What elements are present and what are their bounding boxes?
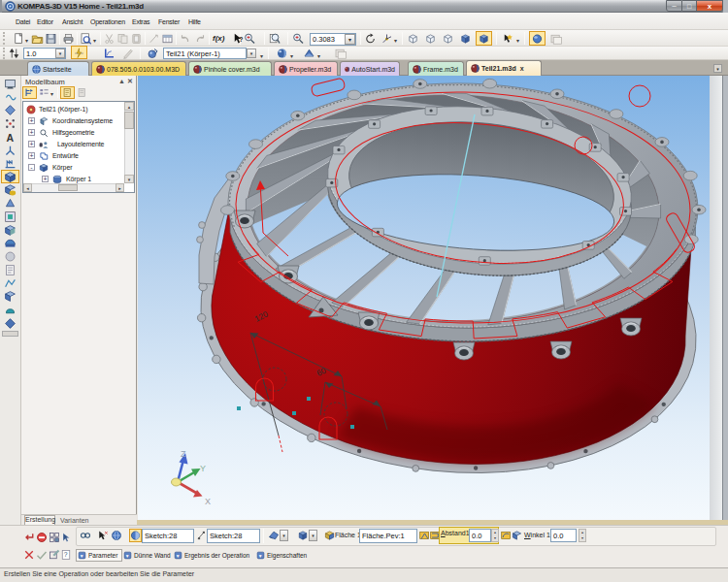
svg-text:▾: ▾ [126,553,129,559]
svg-text:Z: Z [181,449,186,459]
svg-text:?: ? [64,551,68,558]
svg-text:Y: Y [200,464,206,473]
svg-text:▾: ▾ [81,553,83,559]
svg-text:A: A [6,131,14,143]
svg-text:?: ? [239,36,243,43]
svg-text:▾: ▾ [177,553,180,559]
svg-text:X: X [205,497,211,506]
svg-text:▾: ▾ [259,553,262,559]
